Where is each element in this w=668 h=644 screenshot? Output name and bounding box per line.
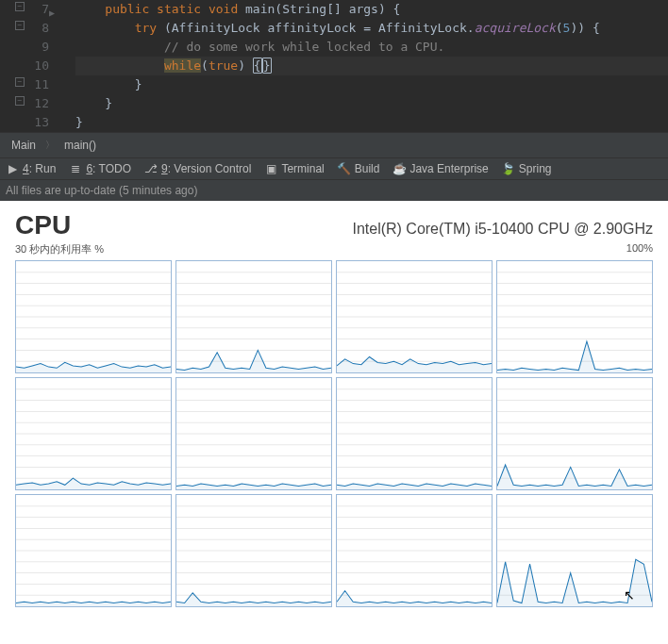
breadcrumb-item[interactable]: main() bbox=[64, 139, 96, 152]
breadcrumb-item[interactable]: Main bbox=[11, 139, 36, 152]
ide-editor: 7▶− 8− 9 10 11− 12− 13 public static voi… bbox=[0, 0, 668, 201]
cpu-right-label: 100% bbox=[626, 242, 653, 256]
list-icon: ≣ bbox=[69, 162, 82, 175]
terminal-icon: ▣ bbox=[264, 162, 277, 175]
fold-icon[interactable]: − bbox=[15, 21, 25, 30]
line-number: 8 bbox=[30, 19, 49, 38]
cpu-core-chart[interactable] bbox=[175, 260, 332, 373]
cpu-monitor-panel: CPU Intel(R) Core(TM) i5-10400 CPU @ 2.9… bbox=[0, 201, 668, 622]
line-number: 9 bbox=[30, 38, 49, 57]
line-number: 12 bbox=[30, 94, 49, 113]
code-line[interactable]: try (AffinityLock affinityLock = Affinit… bbox=[75, 19, 668, 38]
cpu-core-chart[interactable]: ↖ bbox=[496, 494, 653, 607]
breadcrumb: Main 〉 main() bbox=[0, 132, 668, 157]
branch-icon: ⎇ bbox=[144, 162, 158, 175]
code-area[interactable]: public static void main(String[] args) {… bbox=[57, 0, 668, 132]
fold-icon[interactable]: − bbox=[15, 77, 25, 87]
spring-tool-button[interactable]: 🍃 Spring bbox=[502, 162, 552, 175]
gutter: 7▶− 8− 9 10 11− 12− 13 bbox=[0, 0, 57, 132]
javaee-tool-button[interactable]: ☕ Java Enterprise bbox=[392, 162, 488, 175]
leaf-icon: 🍃 bbox=[502, 162, 515, 175]
run-tool-button[interactable]: ▶ 4: Run bbox=[6, 162, 56, 175]
code-line[interactable]: while(true) {} bbox=[75, 57, 668, 75]
build-tool-button[interactable]: 🔨 Build bbox=[338, 162, 380, 175]
line-number: 13 bbox=[30, 113, 49, 132]
cpu-core-chart[interactable] bbox=[336, 494, 493, 607]
cpu-core-chart[interactable] bbox=[15, 377, 172, 490]
cpu-core-grid: ↖ bbox=[15, 260, 653, 607]
terminal-tool-button[interactable]: ▣ Terminal bbox=[264, 162, 324, 175]
fold-icon[interactable]: − bbox=[15, 2, 25, 11]
chevron-right-icon: 〉 bbox=[45, 139, 55, 152]
cpu-core-chart[interactable] bbox=[496, 377, 653, 490]
code-line[interactable]: } bbox=[75, 75, 668, 94]
line-number: 10 bbox=[30, 57, 49, 75]
cpu-core-chart[interactable] bbox=[175, 494, 332, 607]
status-bar: All files are up-to-date (5 minutes ago) bbox=[0, 179, 668, 201]
code-line[interactable]: } bbox=[75, 113, 668, 132]
code-line[interactable]: public static void main(String[] args) { bbox=[75, 0, 668, 19]
todo-tool-button[interactable]: ≣ 6: TODO bbox=[69, 162, 131, 175]
code-line[interactable]: } bbox=[75, 94, 668, 113]
vcs-tool-button[interactable]: ⎇ 9: Version Control bbox=[144, 162, 251, 175]
cpu-core-chart[interactable] bbox=[496, 260, 653, 373]
code-editor[interactable]: 7▶− 8− 9 10 11− 12− 13 public static voi… bbox=[0, 0, 668, 132]
play-icon: ▶ bbox=[6, 162, 19, 175]
cpu-title: CPU bbox=[15, 210, 71, 240]
cpu-core-chart[interactable] bbox=[336, 377, 493, 490]
cpu-model: Intel(R) Core(TM) i5-10400 CPU @ 2.90GHz bbox=[352, 221, 653, 238]
status-text: All files are up-to-date (5 minutes ago) bbox=[6, 184, 197, 197]
fold-icon[interactable]: − bbox=[15, 96, 25, 106]
line-number: 7 bbox=[30, 0, 49, 19]
cpu-core-chart[interactable] bbox=[175, 377, 332, 490]
run-gutter-icon[interactable]: ▶ bbox=[49, 4, 55, 23]
cpu-core-chart[interactable] bbox=[336, 260, 493, 373]
java-icon: ☕ bbox=[392, 162, 406, 175]
cpu-core-chart[interactable] bbox=[15, 494, 172, 607]
code-line[interactable]: // do some work while locked to a CPU. bbox=[75, 38, 668, 57]
line-number: 11 bbox=[30, 75, 49, 94]
hammer-icon: 🔨 bbox=[338, 162, 351, 175]
cpu-core-chart[interactable] bbox=[15, 260, 172, 373]
bottom-toolbar: ▶ 4: Run ≣ 6: TODO ⎇ 9: Version Control … bbox=[0, 157, 668, 179]
cpu-left-label: 30 秒内的利用率 % bbox=[15, 242, 104, 256]
